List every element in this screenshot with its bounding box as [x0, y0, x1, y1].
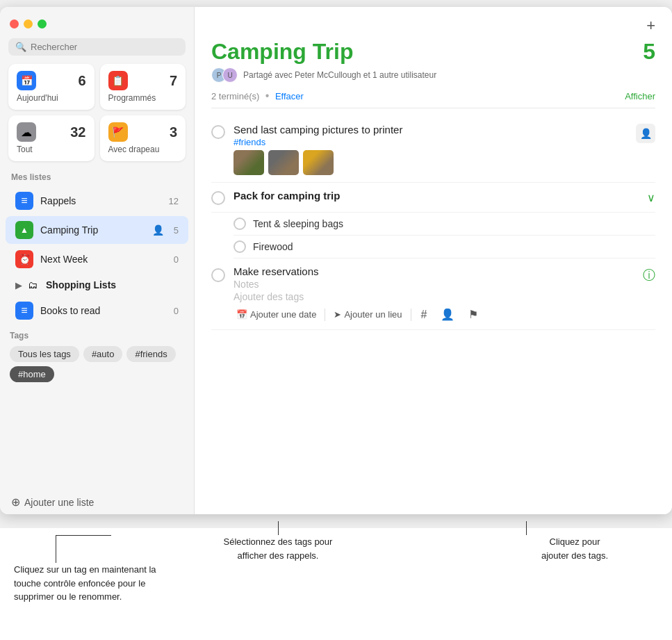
reminder-title-2: Pack for camping trip — [233, 190, 639, 202]
sidebar-item-camping[interactable]: ▲ Camping Trip 👤 5 — [6, 216, 188, 244]
clear-button[interactable]: Effacer — [275, 91, 304, 101]
scheduled-icon: 📋 — [108, 71, 128, 90]
add-person-button[interactable]: 👤 — [436, 306, 459, 322]
tag-auto[interactable]: #auto — [83, 346, 123, 362]
scheduled-count: 7 — [170, 73, 177, 89]
sub-items: Tent & sleeping bags Firewood — [211, 213, 655, 259]
tag-friends[interactable]: #friends — [126, 346, 175, 362]
sub-item-1: Tent & sleeping bags — [233, 213, 655, 236]
search-bar[interactable]: 🔍 — [8, 38, 186, 56]
reminder-toolbar: 📅 Ajouter une date ➤ Ajouter un lieu # 👤… — [233, 306, 634, 322]
smart-card-all[interactable]: ☁ 32 Tout — [8, 115, 95, 161]
toolbar-separator-1 — [325, 309, 325, 321]
reminder-image-2 — [268, 150, 299, 175]
chevron-right-icon: ▶ — [15, 280, 22, 290]
add-date-button[interactable]: 📅 Ajouter une date — [233, 308, 319, 321]
search-input[interactable] — [31, 42, 179, 52]
completed-row: 2 terminé(s) • Effacer Afficher — [211, 90, 655, 108]
shared-row: P U Partagé avec Peter McCullough et 1 a… — [211, 67, 655, 83]
shopping-folder-icon: 🗂 — [28, 279, 38, 290]
sub-title-2: Firewood — [253, 241, 293, 252]
sidebar-item-rappels[interactable]: ≡ Rappels 12 — [6, 187, 188, 215]
list-title-row: Camping Trip 5 — [211, 39, 655, 65]
nextweek-count: 0 — [174, 254, 179, 265]
callout-line-1 — [56, 535, 56, 563]
toolbar-separator-2 — [411, 309, 411, 321]
smart-card-today[interactable]: 📅 6 Aujourd'hui — [8, 64, 95, 110]
show-button[interactable]: Afficher — [625, 91, 655, 101]
tag-all[interactable]: Tous les tags — [10, 346, 79, 362]
add-list-plus-icon: ⊕ — [11, 495, 20, 509]
books-count: 0 — [174, 306, 179, 316]
flagged-count: 3 — [170, 124, 177, 140]
sub-checkbox-1[interactable] — [233, 218, 246, 230]
add-flag-button[interactable]: ⚑ — [464, 306, 482, 322]
books-label: Books to read — [40, 305, 167, 316]
smart-cards-grid: 📅 6 Aujourd'hui 📋 7 Programmés ☁ 32 Tout — [0, 64, 194, 170]
camping-shared-icon: 👤 — [152, 224, 164, 236]
add-list-label: Ajouter une liste — [24, 497, 94, 508]
reminder-body-1: Send last camping pictures to printer #f… — [233, 124, 628, 175]
window-controls — [0, 14, 194, 35]
fullscreen-button[interactable] — [38, 19, 47, 28]
rappels-label: Rappels — [40, 195, 162, 206]
minimize-button[interactable] — [24, 19, 33, 28]
callout-line-3 — [278, 521, 279, 535]
nextweek-label: Next Week — [40, 254, 167, 265]
reminder-actions-2: ∨ — [647, 190, 655, 204]
flagged-label: Avec drapeau — [108, 145, 178, 154]
reminder-actions-1: 👤 — [636, 124, 655, 143]
notes-placeholder[interactable]: Notes — [233, 279, 634, 290]
main-content: + Camping Trip 5 P U Partagé avec Peter … — [195, 7, 672, 514]
smart-card-flagged[interactable]: 🚩 3 Avec drapeau — [100, 115, 186, 161]
flagged-icon: 🚩 — [108, 122, 128, 142]
sidebar-item-books[interactable]: ≡ Books to read 0 — [6, 297, 188, 325]
add-tag-button[interactable]: # — [417, 307, 432, 322]
annotations-area: Cliquez sur un tag en maintenant latouch… — [0, 528, 672, 640]
reminder-title-1: Send last camping pictures to printer — [233, 124, 628, 136]
shared-text: Partagé avec Peter McCullough et 1 autre… — [243, 70, 436, 80]
reminder-item-2: Pack for camping trip ∨ — [211, 183, 655, 213]
info-icon[interactable]: ⓘ — [643, 267, 655, 284]
sub-item-2: Firewood — [233, 236, 655, 259]
reminder-image-1 — [233, 150, 264, 175]
reminder-checkbox-2[interactable] — [211, 191, 225, 205]
tags-title: Tags — [10, 331, 184, 340]
reminder-images-1 — [233, 150, 628, 175]
camping-count: 5 — [174, 225, 179, 236]
add-reminder-button[interactable]: + — [646, 18, 655, 33]
callout-select-tags: Sélectionnez des tags pourafficher des r… — [188, 535, 368, 562]
list-title: Camping Trip — [211, 39, 353, 65]
camping-icon: ▲ — [15, 221, 33, 239]
mes-listes-title: Mes listes — [0, 170, 194, 186]
sidebar-group-shopping[interactable]: ▶ 🗂 Shopping Lists — [6, 274, 188, 295]
camping-label: Camping Trip — [40, 224, 145, 236]
callout-line-4 — [526, 521, 527, 535]
reminder-person-icon-1[interactable]: 👤 — [636, 124, 655, 143]
reminder-title-3: Make reservations — [233, 265, 634, 277]
reminder-body-2: Pack for camping trip — [233, 190, 639, 203]
reminder-image-3 — [303, 150, 334, 175]
shopping-label: Shopping Lists — [46, 279, 116, 290]
completed-count: 2 terminé(s) — [211, 91, 259, 101]
avatar-group: P U — [211, 67, 233, 83]
tags-placeholder[interactable]: Ajouter des tags — [233, 291, 634, 302]
books-icon: ≡ — [15, 302, 33, 320]
reminder-checkbox-3[interactable] — [211, 268, 225, 282]
close-button[interactable] — [10, 19, 19, 28]
sub-title-1: Tent & sleeping bags — [253, 218, 343, 229]
callout-select-tags-text: Sélectionnez des tags pourafficher des r… — [224, 536, 333, 561]
tag-home[interactable]: #home — [10, 366, 54, 382]
add-list-button[interactable]: ⊕ Ajouter une liste — [0, 490, 194, 514]
callout-line-2 — [56, 535, 111, 536]
sidebar-item-nextweek[interactable]: ⏰ Next Week 0 — [6, 245, 188, 273]
reminder-tag-1[interactable]: #friends — [233, 137, 628, 147]
sub-checkbox-2[interactable] — [233, 240, 246, 253]
chevron-down-icon[interactable]: ∨ — [647, 191, 655, 204]
calendar-icon: 📅 — [236, 309, 247, 320]
reminder-item-1: Send last camping pictures to printer #f… — [211, 117, 655, 183]
callout-add-tags: Cliquez pourajouter des tags. — [512, 535, 637, 562]
smart-card-scheduled[interactable]: 📋 7 Programmés — [100, 64, 186, 110]
add-location-button[interactable]: ➤ Ajouter un lieu — [331, 308, 404, 321]
reminder-checkbox-1[interactable] — [211, 125, 225, 139]
